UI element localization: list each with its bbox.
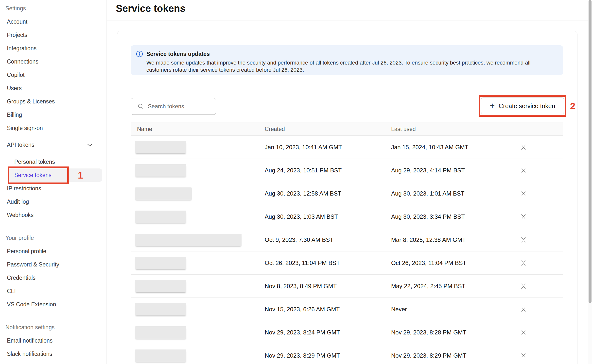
table-row: Oct 9, 2023, 7:30 AM BST Mar 8, 2025, 12…	[131, 228, 563, 251]
create-service-token-label: Create service token	[499, 102, 555, 110]
token-name-redacted	[135, 349, 186, 362]
sidebar-section-notification-settings: Notification settings	[0, 321, 106, 334]
sidebar-item-audit-log[interactable]: Audit log	[0, 195, 106, 208]
annotation-number-1: 1	[78, 169, 88, 181]
table-row: Nov 29, 2023, 8:24 PM GMT Nov 29, 2023, …	[131, 321, 563, 344]
table-row: Oct 26, 2023, 11:04 PM BST Oct 26, 2023,…	[131, 251, 563, 275]
last-used-cell: Nov 29, 2023, 8:28 PM GMT	[391, 321, 466, 344]
sidebar-item-personal-profile[interactable]: Personal profile	[0, 245, 106, 258]
created-cell: Jan 10, 2023, 10:41 AM GMT	[265, 136, 342, 159]
created-cell: Oct 26, 2023, 11:04 PM BST	[265, 251, 340, 275]
sidebar-item-vs-code-extension[interactable]: VS Code Extension	[0, 298, 106, 311]
sidebar-item-projects[interactable]: Projects	[0, 28, 106, 42]
token-name-redacted	[135, 187, 192, 200]
table-row: Nov 8, 2023, 8:49 PM GMT May 22, 2024, 2…	[131, 275, 563, 298]
sidebar-section-settings: Settings	[0, 2, 106, 15]
delete-token-button[interactable]	[518, 142, 529, 152]
sidebar-item-slack-notifications[interactable]: Slack notifications	[0, 347, 106, 361]
sidebar-section-your-profile: Your profile	[0, 231, 106, 245]
token-name-redacted	[135, 280, 186, 292]
delete-token-button[interactable]	[518, 235, 529, 245]
delete-token-button[interactable]	[518, 304, 529, 314]
search-icon	[138, 103, 144, 110]
table-row: Nov 29, 2023, 8:29 PM GMT Nov 29, 2023, …	[131, 344, 563, 364]
close-icon	[521, 330, 526, 335]
delete-token-button[interactable]	[518, 351, 529, 361]
close-icon	[521, 260, 526, 266]
banner-title: Service tokens updates	[146, 51, 210, 57]
token-name-redacted	[135, 257, 186, 269]
token-name-redacted	[135, 234, 242, 246]
sidebar-item-ip-restrictions[interactable]: IP restrictions	[0, 182, 106, 195]
column-header-created: Created	[265, 122, 285, 136]
search-placeholder: Search tokens	[148, 103, 184, 110]
settings-sidebar: Settings Account Projects Integrations C…	[0, 0, 106, 364]
scrollbar-thumb[interactable]	[589, 0, 592, 303]
last-used-cell: Aug 29, 2023, 4:14 PM BST	[391, 159, 465, 182]
sidebar-item-groups-licenses[interactable]: Groups & Licenses	[0, 95, 106, 108]
search-tokens-input[interactable]: Search tokens	[131, 98, 216, 115]
sidebar-item-connections[interactable]: Connections	[0, 55, 106, 68]
close-icon	[521, 191, 526, 196]
token-name-redacted	[135, 211, 186, 223]
created-cell: Nov 8, 2023, 8:49 PM GMT	[265, 275, 337, 298]
sidebar-item-api-tokens[interactable]: API tokens	[0, 138, 106, 151]
last-used-cell: Aug 30, 2023, 3:34 PM BST	[391, 205, 465, 228]
sidebar-item-service-tokens-selected[interactable]: Service tokens	[8, 168, 102, 182]
sidebar-item-account[interactable]: Account	[0, 15, 106, 28]
close-icon	[521, 237, 526, 243]
token-name-redacted	[135, 141, 186, 153]
info-icon	[136, 50, 143, 58]
plus-icon: +	[490, 101, 495, 110]
sidebar-item-personal-tokens[interactable]: Personal tokens	[0, 155, 106, 168]
sidebar-item-users[interactable]: Users	[0, 82, 106, 95]
token-name-redacted	[135, 326, 186, 339]
delete-token-button[interactable]	[518, 165, 529, 175]
close-icon	[521, 307, 526, 312]
delete-token-button[interactable]	[518, 212, 529, 222]
sidebar-item-single-sign-on[interactable]: Single sign-on	[0, 121, 106, 135]
created-cell: Aug 30, 2023, 12:58 AM BST	[265, 182, 341, 205]
table-header: Name Created Last used	[131, 122, 563, 136]
info-banner: Service tokens updates We made some upda…	[131, 45, 563, 75]
created-cell: Nov 29, 2023, 8:24 PM GMT	[265, 321, 340, 344]
service-tokens-page: Settings Account Projects Integrations C…	[0, 0, 592, 364]
delete-token-button[interactable]	[518, 328, 529, 337]
last-used-cell: Never	[391, 298, 407, 321]
sidebar-item-password-security[interactable]: Password & Security	[0, 258, 106, 271]
sidebar-item-billing[interactable]: Billing	[0, 108, 106, 121]
close-icon	[521, 168, 526, 173]
sidebar-item-copilot[interactable]: Copilot	[0, 68, 106, 82]
table-row: Aug 30, 2023, 12:58 AM BST Aug 30, 2023,…	[131, 182, 563, 205]
table-row: Aug 30, 2023, 1:03 AM BST Aug 30, 2023, …	[131, 205, 563, 228]
sidebar-item-integrations[interactable]: Integrations	[0, 42, 106, 55]
token-name-redacted	[135, 164, 186, 177]
scrollbar	[588, 0, 592, 364]
close-icon	[521, 145, 526, 150]
sidebar-item-webhooks[interactable]: Webhooks	[0, 208, 106, 222]
api-tokens-label: API tokens	[7, 142, 34, 148]
table-row: Nov 15, 2023, 6:26 AM GMT Never	[131, 298, 563, 321]
column-header-last-used: Last used	[391, 122, 416, 136]
last-used-cell: Nov 29, 2023, 8:29 PM GMT	[391, 344, 466, 364]
delete-token-button[interactable]	[518, 281, 529, 291]
created-cell: Oct 9, 2023, 7:30 AM BST	[265, 228, 333, 251]
page-title: Service tokens	[116, 3, 185, 14]
sidebar-item-cli[interactable]: CLI	[0, 284, 106, 298]
main-content: Service tokens Service tokens updates We…	[107, 0, 588, 364]
last-used-cell: Mar 8, 2025, 12:38 AM GMT	[391, 228, 466, 251]
sidebar-item-email-notifications[interactable]: Email notifications	[0, 334, 106, 347]
chevron-down-icon	[87, 142, 93, 149]
create-service-token-button[interactable]: + Create service token	[481, 98, 564, 114]
banner-body: We made some updates that improve the se…	[146, 59, 553, 73]
last-used-cell: Oct 26, 2023, 11:04 PM BST	[391, 251, 466, 275]
sidebar-item-credentials[interactable]: Credentials	[0, 271, 106, 284]
created-cell: Aug 30, 2023, 1:03 AM BST	[265, 205, 338, 228]
created-cell: Nov 29, 2023, 8:29 PM GMT	[265, 344, 340, 364]
created-cell: Aug 24, 2023, 10:51 PM BST	[265, 159, 342, 182]
service-tokens-table: Name Created Last used Jan 10, 2023, 10:…	[131, 122, 563, 364]
last-used-cell: Aug 30, 2023, 1:01 AM BST	[391, 182, 465, 205]
close-icon	[521, 283, 526, 289]
delete-token-button[interactable]	[518, 189, 529, 199]
delete-token-button[interactable]	[518, 258, 529, 268]
